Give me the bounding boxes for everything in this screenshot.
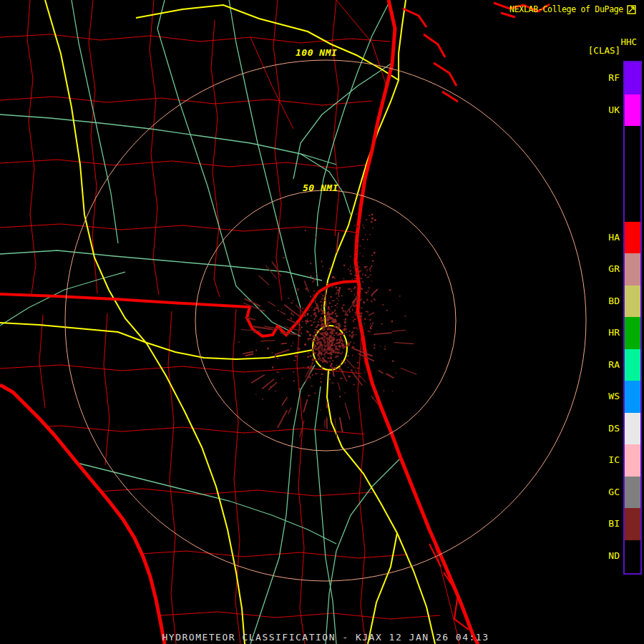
coastal-islands	[403, 3, 550, 630]
product-mode: [CLAS]	[588, 45, 620, 56]
product-code: HHC	[620, 36, 637, 47]
legend-label-DS: DS	[591, 423, 620, 434]
atlantic-coastline	[356, 0, 478, 644]
legend-segment-HR	[625, 317, 640, 349]
legend-segment-HA	[625, 222, 640, 254]
gulf-coastline	[0, 385, 165, 644]
legend-label-UK: UK	[591, 104, 620, 116]
legend-segment-gap	[625, 126, 640, 222]
brand-text: NEXLAB-College of DuPage	[509, 4, 623, 14]
legend-label-GR: GR	[591, 263, 620, 275]
radar-display: NEXLAB-College of DuPage HHC [CLAS] 100 …	[0, 0, 644, 644]
highway-lines	[0, 0, 487, 644]
radar-echoes	[238, 213, 416, 439]
product-caption: HYDROMETEOR CLASSIFICATION - KJAX 12 JAN…	[162, 632, 489, 643]
radar-map	[0, 0, 644, 644]
box-diagonal-arrow-icon	[627, 5, 636, 14]
legend-segment-ND	[625, 540, 640, 572]
legend-segment-BD	[625, 286, 640, 318]
legend-color-bar	[623, 61, 642, 575]
legend-label-BD: BD	[591, 296, 620, 307]
legend-label-IC: IC	[591, 454, 620, 466]
legend-label-HA: HA	[591, 232, 620, 243]
legend-segment-IC	[625, 444, 640, 477]
legend-label-HR: HR	[591, 327, 620, 338]
legend-label-RF: RF	[591, 72, 620, 84]
ring-label-100nmi: 100 NMI	[296, 47, 337, 58]
ring-label-50nmi: 50 NMI	[303, 182, 338, 193]
legend-segment-RA	[625, 349, 640, 381]
brand-header: NEXLAB-College of DuPage	[509, 4, 636, 14]
legend-label-BI: BI	[591, 518, 620, 530]
legend-segment-GC	[625, 477, 640, 509]
legend-segment-BI	[625, 508, 640, 540]
legend-segment-GR	[625, 253, 640, 286]
legend-label-GC: GC	[591, 487, 620, 498]
state-border-line	[0, 281, 358, 336]
legend-segment-UK	[625, 94, 640, 127]
legend-segment-DS	[625, 413, 640, 445]
legend-label-RA: RA	[591, 359, 620, 371]
legend-label-WS: WS	[591, 391, 620, 402]
legend-segment-WS	[625, 381, 640, 413]
legend-segment-RF	[625, 62, 640, 94]
legend-label-ND: ND	[591, 550, 620, 562]
